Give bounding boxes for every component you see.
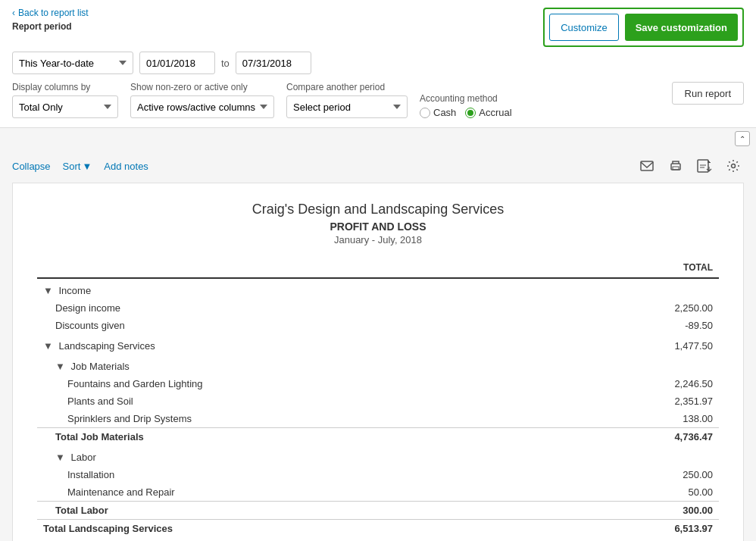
run-report-button[interactable]: Run report bbox=[672, 82, 744, 105]
table-row: ▼ Job Materials bbox=[37, 355, 719, 375]
table-row: Design income 2,250.00 bbox=[37, 299, 719, 317]
company-name: Craig's Design and Landscaping Services bbox=[37, 202, 719, 217]
svg-rect-0 bbox=[641, 161, 653, 170]
collapse-link[interactable]: Collapse bbox=[12, 161, 51, 172]
table-row: ▼ Income bbox=[37, 278, 719, 299]
customize-area: Customize Save customization bbox=[543, 8, 744, 47]
table-row: Fountains and Garden Lighting 2,246.50 bbox=[37, 375, 719, 392]
landscaping-collapse-arrow[interactable]: ▼ bbox=[43, 340, 53, 352]
compare-period-label: Compare another period bbox=[286, 82, 408, 92]
to-label: to bbox=[221, 58, 230, 69]
export-icon[interactable] bbox=[694, 155, 715, 177]
display-columns-group: Display columns by Total Only Month Quar… bbox=[12, 82, 118, 118]
sort-button[interactable]: Sort ▼ bbox=[63, 161, 92, 172]
table-row: Plants and Soil 2,351.97 bbox=[37, 392, 719, 410]
back-link[interactable]: ‹ Back to report list bbox=[12, 8, 89, 18]
settings-icon[interactable] bbox=[723, 155, 744, 177]
table-row: Discounts given -89.50 bbox=[37, 317, 719, 334]
svg-rect-3 bbox=[698, 160, 708, 172]
print-icon[interactable] bbox=[665, 155, 686, 177]
cash-radio[interactable] bbox=[420, 108, 430, 118]
show-nonzero-group: Show non-zero or active only Active rows… bbox=[130, 82, 274, 118]
svg-point-4 bbox=[732, 164, 736, 168]
report-period-label: Report period bbox=[12, 21, 89, 32]
report-name: PROFIT AND LOSS bbox=[37, 220, 719, 233]
collapse-panel-button[interactable]: ⌃ bbox=[735, 131, 750, 146]
accrual-radio[interactable] bbox=[465, 108, 476, 118]
chevron-left-icon: ‹ bbox=[12, 8, 15, 18]
table-header-label bbox=[37, 258, 514, 278]
add-notes-link[interactable]: Add notes bbox=[104, 161, 148, 172]
table-row: Maintenance and Repair 50.00 bbox=[37, 483, 719, 502]
table-row: ▼ Landscaping Services 1,477.50 bbox=[37, 334, 719, 355]
table-row: Total Landscaping Services 6,513.97 bbox=[37, 520, 719, 538]
display-columns-select[interactable]: Total Only Month Quarter Year bbox=[12, 95, 118, 118]
report-date-range: January - July, 2018 bbox=[37, 234, 719, 245]
show-nonzero-select[interactable]: Active rows/active columns Non-zero rows… bbox=[130, 95, 274, 118]
compare-period-group: Compare another period Select period Pre… bbox=[286, 82, 408, 118]
report-toolbar: Collapse Sort ▼ Add notes bbox=[0, 149, 756, 183]
period-preset-group: This Year-to-date Last Year This Month L… bbox=[12, 52, 133, 74]
sort-arrow-icon: ▼ bbox=[82, 161, 92, 172]
table-row: Sprinklers and Drip Systems 138.00 bbox=[37, 410, 719, 428]
cash-radio-label[interactable]: Cash bbox=[420, 107, 456, 118]
table-row: Installation 250.00 bbox=[37, 466, 719, 483]
profit-loss-table: TOTAL ▼ Income Design income 2,250.00 Di… bbox=[37, 258, 719, 541]
to-date-input[interactable] bbox=[236, 52, 311, 74]
income-collapse-arrow[interactable]: ▼ bbox=[43, 285, 53, 296]
table-row: ▼ Labor bbox=[37, 446, 719, 466]
accounting-method-label: Accounting method bbox=[420, 93, 512, 104]
compare-period-select[interactable]: Select period Previous year Previous per… bbox=[286, 95, 408, 118]
accrual-radio-label[interactable]: Accrual bbox=[465, 107, 511, 118]
email-icon[interactable] bbox=[636, 155, 658, 177]
table-header-total: TOTAL bbox=[514, 258, 719, 278]
accounting-method-group: Accounting method Cash Accrual bbox=[420, 93, 512, 118]
save-customization-button[interactable]: Save customization bbox=[625, 14, 738, 41]
report-content: Craig's Design and Landscaping Services … bbox=[12, 183, 744, 541]
table-row: Total Labor 300.00 bbox=[37, 502, 719, 520]
table-row: Pest Control Services 110.00 bbox=[37, 537, 719, 541]
display-columns-label: Display columns by bbox=[12, 82, 118, 92]
period-preset-select[interactable]: This Year-to-date Last Year This Month L… bbox=[12, 52, 133, 74]
from-date-input[interactable] bbox=[139, 52, 215, 74]
customize-button[interactable]: Customize bbox=[549, 14, 618, 41]
table-row: Total Job Materials 4,736.47 bbox=[37, 428, 719, 446]
job-materials-collapse-arrow[interactable]: ▼ bbox=[55, 361, 65, 372]
labor-collapse-arrow[interactable]: ▼ bbox=[55, 452, 65, 463]
show-nonzero-label: Show non-zero or active only bbox=[130, 82, 274, 92]
